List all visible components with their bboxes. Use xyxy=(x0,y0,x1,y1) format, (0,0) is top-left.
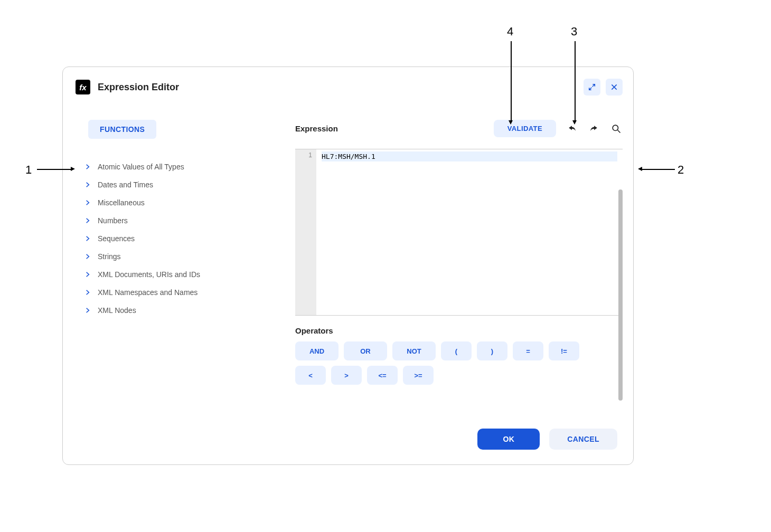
close-icon xyxy=(610,83,618,91)
function-category-label: XML Nodes xyxy=(98,306,136,315)
expand-button[interactable] xyxy=(584,79,600,96)
annotation-3-line xyxy=(575,41,576,120)
operator-button[interactable]: ( xyxy=(441,341,472,360)
code-area[interactable]: HL7:MSH/MSH.1 xyxy=(316,149,623,315)
undo-icon xyxy=(567,124,577,134)
fx-icon: fx xyxy=(76,80,90,94)
annotation-4-line xyxy=(511,41,512,120)
line-gutter: 1 xyxy=(295,149,316,315)
operator-button[interactable]: < xyxy=(295,366,326,385)
chevron-right-icon xyxy=(84,217,91,224)
svg-point-0 xyxy=(613,125,618,130)
operator-button[interactable]: > xyxy=(331,366,362,385)
function-category-item[interactable]: Numbers xyxy=(82,212,279,230)
scrollbar[interactable] xyxy=(618,189,623,401)
function-category-item[interactable]: Atomic Values of All Types xyxy=(82,158,279,176)
redo-button[interactable] xyxy=(588,122,600,135)
operator-button[interactable]: >= xyxy=(403,366,434,385)
code-line: HL7:MSH/MSH.1 xyxy=(322,151,617,162)
annotation-3-arrow xyxy=(572,120,577,125)
close-button[interactable] xyxy=(606,79,623,96)
operators-grid: ANDORNOT()=!=<><=>= xyxy=(295,341,591,385)
function-category-item[interactable]: Miscellaneous xyxy=(82,194,279,212)
chevron-right-icon xyxy=(84,181,91,188)
expression-label: Expression xyxy=(295,124,494,133)
search-icon xyxy=(611,124,622,134)
annotation-1-line xyxy=(37,169,71,170)
cancel-button[interactable]: CANCEL xyxy=(549,429,617,450)
function-category-list: Atomic Values of All TypesDates and Time… xyxy=(79,158,279,319)
operator-button[interactable]: = xyxy=(513,341,543,360)
annotation-1: 1 xyxy=(25,163,32,177)
redo-icon xyxy=(589,124,599,134)
annotation-2-arrow xyxy=(638,167,642,171)
operator-button[interactable]: OR xyxy=(344,341,387,360)
annotation-2: 2 xyxy=(678,163,684,177)
function-category-label: Strings xyxy=(98,252,121,261)
function-category-label: XML Namespaces and Names xyxy=(98,288,198,297)
function-category-item[interactable]: Dates and Times xyxy=(82,176,279,194)
function-category-label: Sequences xyxy=(98,234,135,243)
line-number: 1 xyxy=(295,151,312,159)
chevron-right-icon xyxy=(84,163,91,170)
function-category-label: Dates and Times xyxy=(98,180,153,189)
expression-editor[interactable]: 1 HL7:MSH/MSH.1 xyxy=(295,149,623,316)
dialog-body: FUNCTIONS Atomic Values of All TypesDate… xyxy=(63,104,633,429)
chevron-right-icon xyxy=(84,307,91,314)
annotation-2-line xyxy=(642,169,675,170)
chevron-right-icon xyxy=(84,199,91,206)
chevron-right-icon xyxy=(84,271,91,278)
function-category-label: Miscellaneous xyxy=(98,198,145,207)
search-button[interactable] xyxy=(610,122,623,135)
dialog-title: Expression Editor xyxy=(98,82,578,93)
expression-editor-dialog: fx Expression Editor FUNCTIONS Atomic Va… xyxy=(62,66,634,465)
svg-line-1 xyxy=(618,130,620,132)
operator-button[interactable]: NOT xyxy=(392,341,436,360)
annotation-3: 3 xyxy=(571,25,577,39)
operator-button[interactable]: != xyxy=(549,341,579,360)
function-category-item[interactable]: XML Documents, URIs and IDs xyxy=(82,265,279,283)
functions-panel: FUNCTIONS Atomic Values of All TypesDate… xyxy=(79,104,279,418)
chevron-right-icon xyxy=(84,289,91,296)
function-category-label: XML Documents, URIs and IDs xyxy=(98,270,200,279)
chevron-right-icon xyxy=(84,235,91,242)
operator-button[interactable]: AND xyxy=(295,341,339,360)
annotation-1-arrow xyxy=(71,167,75,171)
function-category-item[interactable]: XML Namespaces and Names xyxy=(82,283,279,301)
dialog-header: fx Expression Editor xyxy=(63,67,633,104)
tab-functions[interactable]: FUNCTIONS xyxy=(88,120,156,139)
function-category-label: Numbers xyxy=(98,216,128,225)
expression-panel: Expression VALIDATE xyxy=(295,104,623,418)
expand-icon xyxy=(588,83,596,91)
function-category-item[interactable]: XML Nodes xyxy=(82,301,279,319)
operators-label: Operators xyxy=(295,326,623,335)
function-category-label: Atomic Values of All Types xyxy=(98,163,184,171)
operator-button[interactable]: <= xyxy=(367,366,398,385)
annotation-4: 4 xyxy=(507,25,513,39)
function-category-item[interactable]: Sequences xyxy=(82,230,279,248)
operator-button[interactable]: ) xyxy=(477,341,507,360)
chevron-right-icon xyxy=(84,253,91,260)
dialog-footer: OK CANCEL xyxy=(63,429,633,464)
annotation-4-arrow xyxy=(509,120,513,125)
ok-button[interactable]: OK xyxy=(477,429,540,450)
validate-button[interactable]: VALIDATE xyxy=(494,120,556,137)
function-category-item[interactable]: Strings xyxy=(82,248,279,265)
